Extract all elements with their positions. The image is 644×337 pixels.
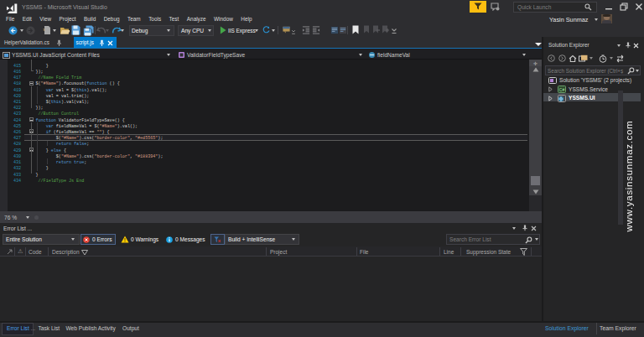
- svg-text:C#: C#: [559, 87, 565, 92]
